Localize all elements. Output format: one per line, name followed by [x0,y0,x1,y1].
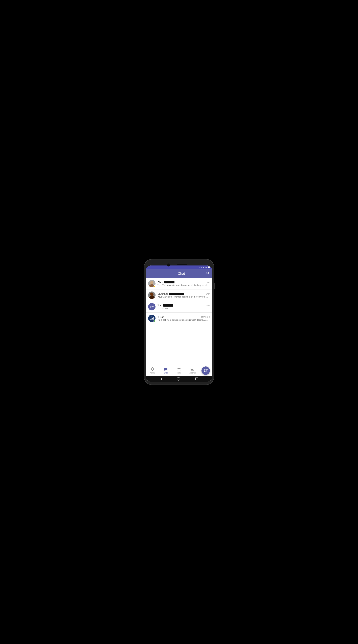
chat-content-chris: Chris 7/7 You: You too mate, and thanks … [158,281,210,286]
svg-line-7 [208,274,209,274]
chat-date-tom: 6/27 [206,304,210,307]
chat-date-tbot: 11/7/2016 [201,316,210,318]
svg-point-16 [152,316,152,317]
phone-speaker [177,264,188,265]
chat-date-chris: 7/7 [207,281,210,284]
page-title: Chat [158,272,205,276]
svg-point-6 [207,272,208,274]
svg-rect-12 [150,317,154,320]
chat-item-santhana[interactable]: Santhana 6/27 You: Starting to leverage … [146,290,212,301]
redacted-surname-chris [164,281,174,284]
chat-content-tbot: T-Bot 11/7/2016 I'm a bot, here to help … [158,316,210,321]
bluetooth-icon: ★ [198,266,200,268]
status-icons: ★ ⊖ [198,266,210,268]
android-back-button[interactable]: ◀ [160,378,162,380]
redacted-surname-santhana [169,293,184,295]
chat-name-tbot: T-Bot [158,316,164,318]
svg-point-11 [150,293,154,296]
new-chat-fab[interactable] [202,366,210,375]
svg-rect-0 [205,268,206,268]
battery-icon [208,266,210,268]
svg-point-9 [150,281,154,284]
chat-name-chris: Chris [158,281,174,284]
avatar-chris [148,280,156,287]
chat-item-chris[interactable]: Chris 7/7 You: You too mate, and thanks … [146,278,212,290]
phone-camera [167,264,170,266]
search-button[interactable] [205,272,210,276]
svg-rect-5 [210,267,210,268]
svg-rect-2 [206,267,206,268]
phone-device: ★ ⊖ [144,259,214,385]
no-disturb-icon: ⊖ [200,266,202,268]
chat-preview-tom: You: Dude.... [158,307,210,310]
chat-preview-santhana: You: Starting to leverage Teams a bit mo… [158,296,210,298]
chat-date-santhana: 6/27 [206,293,210,295]
svg-rect-3 [207,266,207,268]
chat-content-tom: Tom 6/27 You: Dude.... [158,304,210,310]
svg-rect-4 [208,266,210,268]
avatar-tbot [148,314,156,322]
chat-name-tom: Tom [158,304,173,307]
status-indicator-tbot [154,320,156,322]
svg-rect-17 [204,369,207,371]
signal-icon [205,266,207,268]
svg-point-13 [151,318,152,319]
chat-name-santhana: Santhana [158,292,184,295]
phone-side-button [214,282,215,289]
chat-content-santhana: Santhana 6/27 You: Starting to leverage … [158,292,210,298]
app-header: Chat [146,269,212,278]
chat-preview-chris: You: You too mate, and thanks for all th… [158,284,210,286]
status-indicator-chris [154,285,156,287]
android-home-button[interactable] [177,377,180,380]
chat-item-tom[interactable]: TW Tom 6/27 You: Dude.... [146,301,212,312]
chat-preview-tbot: I'm a bot, here to help you use Microsof… [158,319,210,321]
svg-point-10 [149,296,155,299]
redacted-surname-tom [163,304,173,306]
svg-rect-1 [206,267,206,268]
avatar-tom: TW [148,303,156,310]
avatar-santhana [148,292,156,299]
phone-screen: ★ ⊖ [146,266,212,382]
chat-item-tbot[interactable]: T-Bot 11/7/2016 I'm a bot, here to help … [146,312,212,324]
svg-point-14 [152,318,153,319]
chat-list: Chris 7/7 You: You too mate, and thanks … [146,278,212,365]
status-bar: ★ ⊖ [146,266,212,269]
wifi-icon [202,266,204,268]
android-recents-button[interactable] [195,378,198,380]
